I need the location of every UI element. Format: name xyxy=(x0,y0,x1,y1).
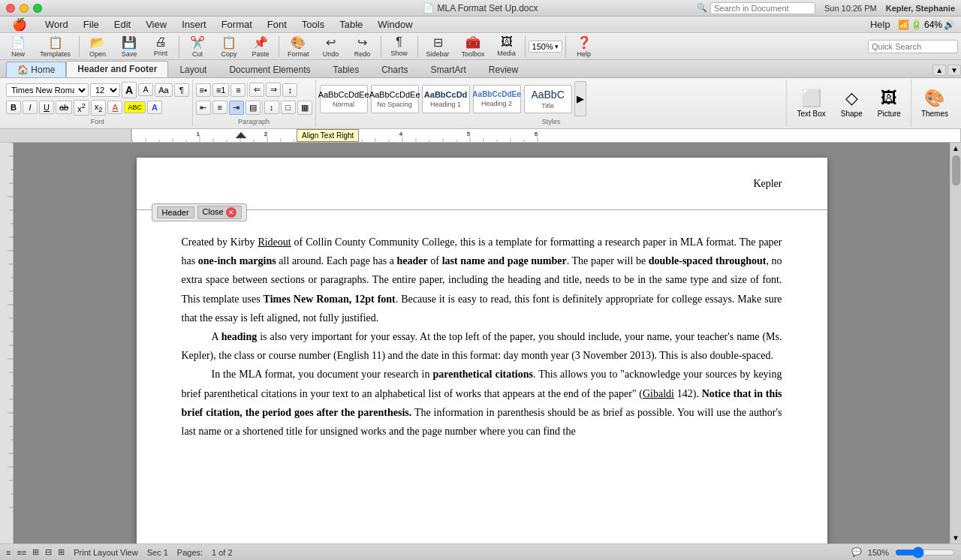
menu-font[interactable]: Font xyxy=(261,17,293,32)
zoom-dropdown-icon[interactable]: ▾ xyxy=(555,43,559,50)
text-effect-button[interactable]: A xyxy=(147,101,162,114)
close-x-icon[interactable]: ✕ xyxy=(226,207,236,218)
undo-button[interactable]: ↩ Undo xyxy=(316,33,346,60)
underline-button[interactable]: U xyxy=(39,101,54,114)
superscript-button[interactable]: x2 xyxy=(74,100,89,116)
maximize-button[interactable] xyxy=(33,4,42,13)
themes-controls: 🎨 Themes xyxy=(914,81,955,125)
tab-header-footer[interactable]: Header and Footer xyxy=(66,61,168,77)
tab-document-elements[interactable]: Document Elements xyxy=(218,62,321,77)
sidebar-button[interactable]: ⊟ Sidebar xyxy=(421,33,455,60)
tab-home[interactable]: 🏠 Home xyxy=(6,62,66,77)
align-center-button[interactable]: ≡ xyxy=(212,101,227,114)
header-button[interactable]: Header xyxy=(157,206,194,218)
sort-button[interactable]: ↕ xyxy=(282,83,297,97)
cut-button[interactable]: ✂️ Cut xyxy=(182,33,212,60)
line-spacing-button[interactable]: ↕ xyxy=(264,101,279,114)
tab-review[interactable]: Review xyxy=(477,62,529,77)
themes-button[interactable]: 🎨 Themes xyxy=(914,85,955,122)
style-no-spacing[interactable]: AaBbCcDdEe No Spacing xyxy=(371,85,419,113)
toolbox-button[interactable]: 🧰 Toolbox xyxy=(456,33,490,60)
save-button[interactable]: 💾 Save xyxy=(114,33,144,60)
style-normal[interactable]: AaBbCcDdEe Normal xyxy=(320,85,368,113)
ruler: 1 2 3 4 5 6 Align Text Right xyxy=(0,129,961,143)
text-box-button[interactable]: ⬜ Text Box xyxy=(790,85,832,122)
style-title[interactable]: AaBbC Title xyxy=(524,85,572,113)
font-case-button[interactable]: Aa xyxy=(155,83,172,97)
menu-file[interactable]: File xyxy=(77,17,105,32)
menu-help[interactable]: Help xyxy=(864,17,896,32)
scroll-up-arrow[interactable]: ▲ xyxy=(950,143,961,154)
justify-button[interactable]: ▤ xyxy=(246,101,261,115)
menu-table[interactable]: Table xyxy=(333,17,369,32)
styles-expand-button[interactable]: ▶ xyxy=(574,81,586,116)
paste-button[interactable]: 📌 Paste xyxy=(246,33,276,60)
menu-format[interactable]: Format xyxy=(215,17,258,32)
search-area[interactable]: 🔍 xyxy=(697,2,815,14)
doc-scroll[interactable]: Kepler Header Close ✕ Created by Kirby R… xyxy=(14,143,950,543)
menu-word[interactable]: Word xyxy=(39,17,74,32)
apple-menu[interactable]: 🍎 xyxy=(6,16,33,33)
font-shrink-button[interactable]: A xyxy=(138,83,153,96)
zoom-slider[interactable] xyxy=(895,546,955,558)
templates-button[interactable]: 📋 Templates xyxy=(35,33,76,60)
page-header: Kepler Header Close ✕ xyxy=(137,158,827,210)
decrease-indent-button[interactable]: ⇐ xyxy=(249,83,264,97)
menu-edit[interactable]: Edit xyxy=(108,17,137,32)
tab-charts[interactable]: Charts xyxy=(370,62,419,77)
clear-format-button[interactable]: ¶ xyxy=(174,83,189,97)
close-header-button[interactable]: Close ✕ xyxy=(197,206,242,219)
copy-button[interactable]: 📋 Copy xyxy=(214,33,244,60)
media-button[interactable]: 🖼 Media xyxy=(492,33,522,59)
zoom-control[interactable]: 150% ▾ xyxy=(529,41,562,53)
print-button[interactable]: 🖨 Print xyxy=(146,33,176,59)
open-button[interactable]: 📂 Open xyxy=(83,33,113,60)
scroll-down-arrow[interactable]: ▼ xyxy=(950,532,961,543)
menu-window[interactable]: Window xyxy=(372,17,418,32)
traffic-lights[interactable] xyxy=(6,4,42,13)
menu-insert[interactable]: Insert xyxy=(176,17,212,32)
volume-icon: 🔊 xyxy=(944,20,955,30)
new-button[interactable]: 📄 New xyxy=(3,33,33,60)
scroll-thumb[interactable] xyxy=(952,155,960,185)
ribbon-collapse-btn[interactable]: ▲ xyxy=(932,65,946,76)
bold-button[interactable]: B xyxy=(6,101,21,114)
picture-button[interactable]: 🖼 Picture xyxy=(871,85,908,122)
font-size-select[interactable]: 12 xyxy=(90,83,120,97)
italic-button[interactable]: I xyxy=(23,101,38,114)
align-right-button[interactable]: ⇥ xyxy=(229,101,244,115)
increase-indent-button[interactable]: ⇒ xyxy=(266,83,281,97)
cut-icon: ✂️ xyxy=(190,35,205,50)
right-scrollbar[interactable]: ▲ ▼ xyxy=(950,143,961,543)
tab-layout[interactable]: Layout xyxy=(168,62,218,77)
font-grow-button[interactable]: A xyxy=(122,82,137,98)
multilevel-button[interactable]: ≡ xyxy=(230,83,246,97)
format-button[interactable]: 🎨 Format xyxy=(282,33,315,60)
menu-view[interactable]: View xyxy=(140,17,173,32)
style-heading1[interactable]: AaBbCcDd Heading 1 xyxy=(422,85,470,113)
bullets-button[interactable]: ≡• xyxy=(196,83,211,97)
font-controls-row1: Times New Roman 12 A A Aa ¶ xyxy=(6,81,189,99)
style-heading2[interactable]: AaBbCcDdEe Heading 2 xyxy=(473,85,521,113)
help-button[interactable]: ❓ Help xyxy=(569,33,599,60)
numbering-button[interactable]: ≡1 xyxy=(212,83,230,97)
quick-search-input[interactable] xyxy=(868,40,958,53)
tab-smartart[interactable]: SmartArt xyxy=(420,62,477,77)
font-name-select[interactable]: Times New Roman xyxy=(6,83,89,97)
align-left-button[interactable]: ⇤ xyxy=(196,101,211,115)
ribbon-expand-btn[interactable]: ▼ xyxy=(947,65,961,76)
subscript-button[interactable]: x2 xyxy=(91,100,107,116)
strikethrough-button[interactable]: ab xyxy=(56,101,72,114)
highlight-button[interactable]: ABC xyxy=(124,101,146,113)
shading-button[interactable]: ▦ xyxy=(297,101,312,115)
show-button[interactable]: ¶ Show xyxy=(384,33,414,59)
font-color-button[interactable]: A xyxy=(107,101,122,114)
border-button[interactable]: □ xyxy=(281,101,296,114)
tab-tables[interactable]: Tables xyxy=(321,62,370,77)
close-button[interactable] xyxy=(6,4,15,13)
redo-button[interactable]: ↪ Redo xyxy=(348,33,378,60)
shape-button[interactable]: ◇ Shape xyxy=(834,85,869,122)
menu-tools[interactable]: Tools xyxy=(296,17,330,32)
search-input[interactable] xyxy=(710,2,815,14)
minimize-button[interactable] xyxy=(20,4,29,13)
